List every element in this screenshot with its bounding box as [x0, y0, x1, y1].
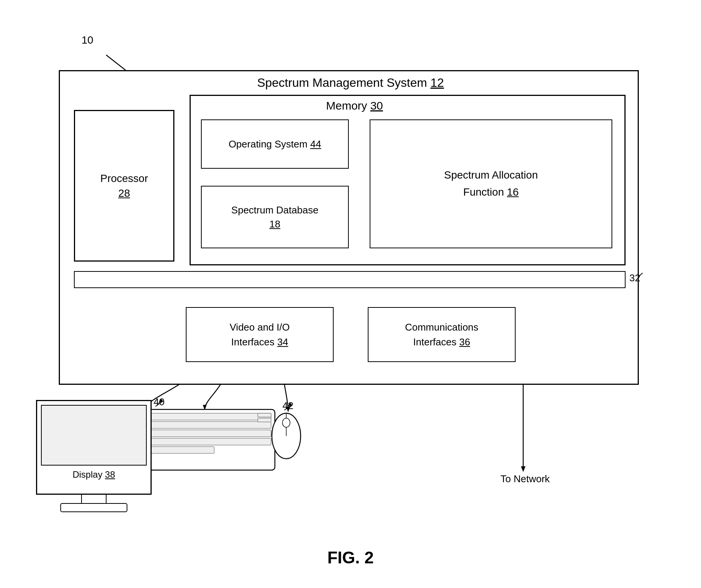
svg-marker-12	[203, 405, 207, 410]
bus-ref-label: 32	[629, 272, 640, 284]
svg-rect-23	[258, 418, 271, 422]
mouse-ref-label: 42	[282, 400, 293, 412]
figure-label: FIG. 2	[327, 548, 373, 567]
svg-point-24	[272, 413, 301, 459]
spectrum-db-box: Spectrum Database 18	[201, 186, 349, 248]
keyboard-ref-label: 40	[154, 396, 165, 408]
network-label: To Network	[500, 473, 550, 485]
svg-rect-22	[258, 413, 271, 417]
svg-point-26	[282, 418, 290, 427]
memory-title: Memory 30	[326, 99, 383, 112]
processor-box: Processor 28	[74, 110, 174, 262]
svg-rect-19	[138, 430, 271, 437]
diagram-container: 10 Spectrum Management System 12 Process…	[0, 0, 701, 588]
os-box: Operating System 44	[201, 119, 349, 169]
system-bus	[74, 271, 626, 288]
sms-title: Spectrum Management System 12	[257, 76, 444, 90]
svg-rect-20	[138, 438, 271, 445]
svg-rect-16	[135, 409, 275, 470]
video-io-box: Video and I/O Interfaces 34	[186, 307, 334, 362]
svg-rect-32	[61, 503, 127, 512]
display-monitor-outer: Display 38	[36, 400, 152, 495]
comm-interfaces-box: Communications Interfaces 36	[368, 307, 516, 362]
svg-rect-18	[138, 422, 271, 428]
svg-rect-17	[138, 413, 271, 420]
display-screen	[41, 405, 147, 466]
ref-10-label: 10	[82, 34, 93, 46]
saf-box: Spectrum Allocation Function 16	[370, 119, 612, 248]
display-label: Display 38	[37, 469, 151, 480]
svg-marker-15	[521, 466, 525, 472]
